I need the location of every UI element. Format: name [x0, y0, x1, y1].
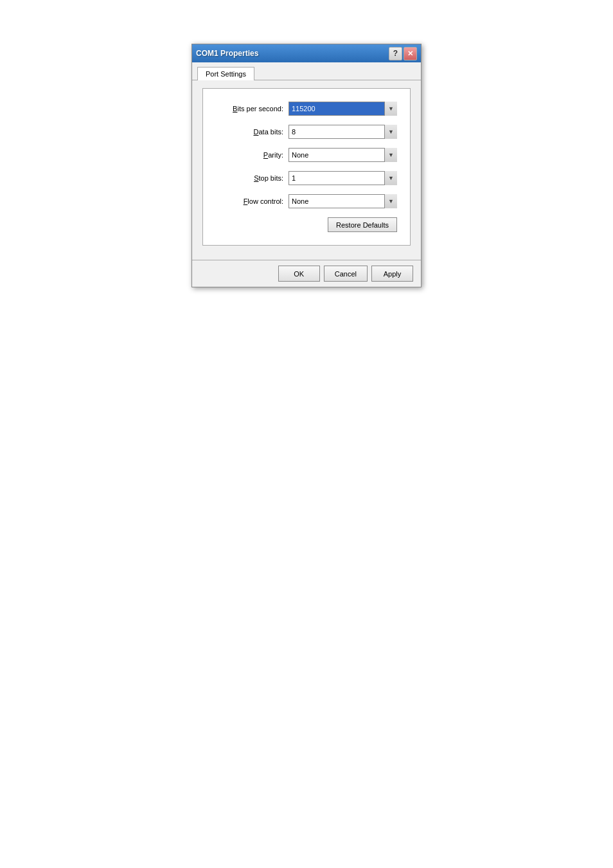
data-bits-label: Data bits:	[216, 128, 283, 136]
stop-bits-label: Stop bits:	[216, 174, 283, 182]
port-settings-tab-label: Port Settings	[206, 70, 246, 78]
dialog-window: COM1 Properties ? ✕ Port Settings Bits p…	[191, 44, 422, 287]
dialog-footer: OK Cancel Apply	[192, 260, 421, 287]
close-button[interactable]: ✕	[404, 47, 417, 60]
stop-bits-select[interactable]: 1 1.5 2	[289, 171, 397, 185]
parity-label: Parity:	[216, 151, 283, 159]
tab-bar: Port Settings	[192, 62, 421, 80]
stop-bits-wrapper: 1 1.5 2	[289, 171, 397, 185]
ok-button[interactable]: OK	[278, 266, 320, 282]
settings-box: Bits per second: 110 300 600 1200 2400 4…	[202, 88, 411, 246]
port-settings-tab[interactable]: Port Settings	[197, 67, 254, 80]
flow-control-row: Flow control: None Xon / Xoff Hardware	[216, 194, 397, 208]
bits-per-second-label: Bits per second:	[216, 105, 283, 113]
cancel-button[interactable]: Cancel	[324, 266, 368, 282]
bits-per-second-row: Bits per second: 110 300 600 1200 2400 4…	[216, 102, 397, 116]
bits-per-second-wrapper: 110 300 600 1200 2400 4800 9600 14400 19…	[289, 102, 397, 116]
dialog-content: Bits per second: 110 300 600 1200 2400 4…	[192, 80, 421, 260]
parity-wrapper: None Even Odd Mark Space	[289, 148, 397, 162]
data-bits-wrapper: 5 6 7 8	[289, 125, 397, 139]
flow-control-label: Flow control:	[216, 197, 283, 205]
title-bar: COM1 Properties ? ✕	[192, 44, 421, 62]
restore-defaults-button[interactable]: Restore Defaults	[328, 217, 397, 232]
stop-bits-row: Stop bits: 1 1.5 2	[216, 171, 397, 185]
title-bar-buttons: ? ✕	[389, 47, 417, 60]
parity-row: Parity: None Even Odd Mark Space	[216, 148, 397, 162]
restore-defaults-row: Restore Defaults	[216, 217, 397, 232]
dialog-title: COM1 Properties	[196, 49, 258, 58]
flow-control-select[interactable]: None Xon / Xoff Hardware	[289, 194, 397, 208]
help-button[interactable]: ?	[389, 47, 402, 60]
flow-control-wrapper: None Xon / Xoff Hardware	[289, 194, 397, 208]
data-bits-row: Data bits: 5 6 7 8	[216, 125, 397, 139]
parity-select[interactable]: None Even Odd Mark Space	[289, 148, 397, 162]
data-bits-select[interactable]: 5 6 7 8	[289, 125, 397, 139]
apply-button[interactable]: Apply	[371, 266, 413, 282]
bits-per-second-select[interactable]: 110 300 600 1200 2400 4800 9600 14400 19…	[289, 102, 397, 116]
